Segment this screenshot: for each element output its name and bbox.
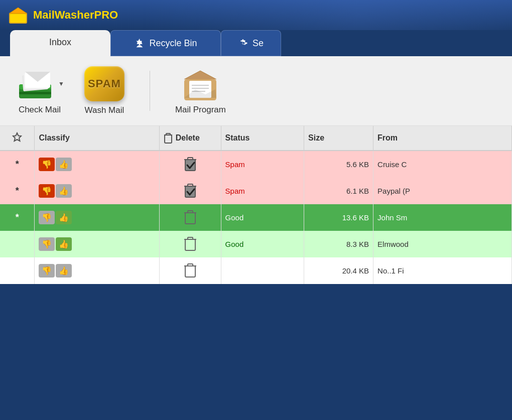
mail-program-icon <box>180 67 220 101</box>
cell-size: 20.4 KB <box>304 257 373 284</box>
cell-delete[interactable] <box>159 231 221 257</box>
wash-mail-button[interactable]: SPAM Wash Mail <box>84 66 124 115</box>
check-mail-label: Check Mail <box>19 105 61 115</box>
cell-star[interactable] <box>0 257 35 284</box>
cell-from: Cruise C <box>373 151 512 178</box>
table-row: 👎👍 Good8.3 KBElmwood <box>0 231 512 257</box>
main-content: ▼ Check Mail SPAM Wash Mail <box>0 56 512 284</box>
thumbup-button[interactable]: 👍 <box>56 237 72 251</box>
recycle-icon <box>134 38 145 49</box>
col-header-star[interactable] <box>0 126 35 151</box>
spam-icon: SPAM <box>84 66 124 101</box>
svg-rect-1 <box>10 14 26 23</box>
svg-marker-2 <box>9 8 27 14</box>
cell-from: John Sm <box>373 204 512 231</box>
email-table-container: Classify Delete Status <box>0 126 512 284</box>
svg-rect-27 <box>185 213 195 224</box>
table-row: 👎👍 20.4 KBNo..1 Fi <box>0 257 512 284</box>
thumbup-button[interactable]: 👍 <box>56 158 72 171</box>
cell-star[interactable] <box>0 231 35 257</box>
cell-delete[interactable] <box>159 257 221 284</box>
email-table-body: *👎👍 Spam5.6 KBCruise C*👎👍 Spam6.1 KBPayp… <box>0 151 512 284</box>
cell-size: 6.1 KB <box>304 178 373 204</box>
cell-status: Spam <box>221 178 304 204</box>
col-header-from: From <box>373 126 512 151</box>
svg-marker-15 <box>13 133 21 141</box>
col-header-size: Size <box>304 126 373 151</box>
cell-classify: 👎👍 <box>35 204 159 231</box>
cell-delete[interactable] <box>159 151 221 178</box>
email-table: Classify Delete Status <box>0 126 512 284</box>
cell-from: Paypal (P <box>373 178 512 204</box>
cell-size: 8.3 KB <box>304 231 373 257</box>
trash-header-icon <box>164 132 173 144</box>
cell-status <box>221 257 304 284</box>
trash-icon <box>184 183 197 198</box>
star-icon <box>12 132 22 142</box>
cell-delete[interactable] <box>159 178 221 204</box>
svg-rect-32 <box>188 237 193 239</box>
svg-rect-26 <box>188 184 193 186</box>
tab-inbox[interactable]: Inbox <box>10 30 110 56</box>
svg-rect-16 <box>165 135 172 143</box>
cell-size: 13.6 KB <box>304 204 373 231</box>
check-mail-icon <box>15 67 55 101</box>
cell-star[interactable]: * <box>0 204 35 231</box>
svg-rect-22 <box>188 158 193 160</box>
col-header-delete: Delete <box>159 126 221 151</box>
cell-from: No..1 Fi <box>373 257 512 284</box>
svg-rect-30 <box>185 239 195 250</box>
toolbar: ▼ Check Mail SPAM Wash Mail <box>0 56 512 126</box>
thumbdown-button[interactable]: 👎 <box>39 158 55 171</box>
mail-program-button[interactable]: Mail Program <box>175 67 226 115</box>
cell-status: Good <box>221 204 304 231</box>
thumbup-button[interactable]: 👍 <box>56 211 72 224</box>
cell-classify: 👎👍 <box>35 178 159 204</box>
svg-rect-29 <box>188 211 193 213</box>
cell-star[interactable]: * <box>0 178 35 204</box>
app-header: MailWasherPRO <box>0 0 512 30</box>
cell-size: 5.6 KB <box>304 151 373 178</box>
svg-rect-35 <box>188 264 193 266</box>
svg-rect-33 <box>185 266 195 277</box>
wash-mail-label: Wash Mail <box>85 105 124 115</box>
cell-star[interactable]: * <box>0 151 35 178</box>
cell-classify: 👎👍 <box>35 257 159 284</box>
thumbup-button[interactable]: 👍 <box>56 184 72 198</box>
thumbdown-button[interactable]: 👎 <box>39 184 55 198</box>
thumbdown-button[interactable]: 👎 <box>39 264 55 277</box>
check-mail-dropdown-arrow[interactable]: ▼ <box>58 80 64 87</box>
cell-classify: 👎👍 <box>35 151 159 178</box>
mail-program-label: Mail Program <box>175 105 226 115</box>
check-mail-button[interactable]: ▼ Check Mail <box>15 67 64 115</box>
thumbup-button[interactable]: 👍 <box>56 264 72 277</box>
table-row: *👎👍 Spam6.1 KBPaypal (P <box>0 178 512 204</box>
table-row: *👎👍 Spam5.6 KBCruise C <box>0 151 512 178</box>
table-row: *👎👍 Good13.6 KBJohn Sm <box>0 204 512 231</box>
svg-rect-18 <box>166 133 170 135</box>
svg-rect-10 <box>19 92 51 94</box>
trash-icon <box>184 156 197 171</box>
toolbar-divider <box>150 71 150 111</box>
cell-status: Good <box>221 231 304 257</box>
tabs-bar: Inbox Recycle Bin Se <box>0 30 512 56</box>
thumbdown-button[interactable]: 👎 <box>39 211 55 224</box>
col-header-status: Status <box>221 126 304 151</box>
trash-icon <box>184 209 197 224</box>
table-header-row: Classify Delete Status <box>0 126 512 151</box>
trash-icon <box>184 236 197 251</box>
app-logo-icon <box>8 7 28 24</box>
col-header-classify: Classify <box>35 126 159 151</box>
cell-status: Spam <box>221 151 304 178</box>
thumbdown-button[interactable]: 👎 <box>39 237 55 251</box>
trash-icon <box>184 262 197 277</box>
gear-icon <box>238 38 248 48</box>
cell-from: Elmwood <box>373 231 512 257</box>
tab-settings[interactable]: Se <box>221 30 281 56</box>
cell-classify: 👎👍 <box>35 231 159 257</box>
main-layout: Inbox Recycle Bin Se <box>0 30 512 284</box>
tab-recycle-bin[interactable]: Recycle Bin <box>110 30 221 56</box>
app-title: MailWasherPRO <box>33 9 118 22</box>
cell-delete[interactable] <box>159 204 221 231</box>
